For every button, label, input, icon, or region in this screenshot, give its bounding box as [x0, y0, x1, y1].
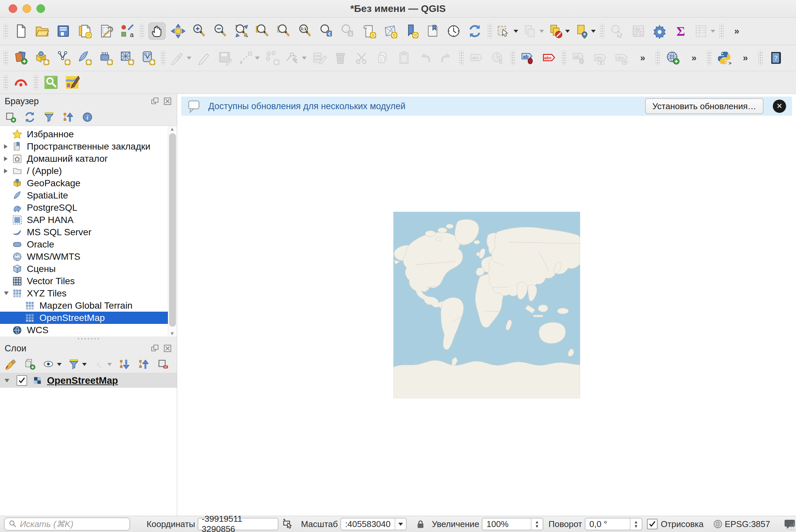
- pan-to-selection-button[interactable]: [169, 22, 187, 40]
- select-by-location-button[interactable]: [574, 22, 596, 40]
- layer-item-openstreetmap[interactable]: OpenStreetMap: [0, 373, 177, 388]
- zoom-last-button[interactable]: [318, 22, 335, 40]
- plugins-toolbar-overflow-button[interactable]: »: [737, 49, 754, 66]
- zoom-to-layer-button[interactable]: [254, 22, 272, 40]
- dropdown-arrow-icon[interactable]: [107, 363, 112, 366]
- close-panel-icon[interactable]: [163, 344, 172, 353]
- new-spatial-bookmark-button[interactable]: [403, 22, 420, 40]
- paste-features-button[interactable]: [395, 49, 413, 66]
- pin-labels-button[interactable]: ab: [519, 49, 537, 66]
- expander-icon[interactable]: [4, 144, 7, 149]
- dropdown-arrow-icon[interactable]: [302, 57, 307, 60]
- current-edits-button[interactable]: [169, 49, 192, 66]
- zoom-out-button[interactable]: [212, 22, 229, 40]
- world-map[interactable]: [393, 212, 580, 398]
- new-temporary-scratch-layer-button[interactable]: [139, 49, 157, 66]
- select-features-by-value-button[interactable]: [522, 22, 544, 40]
- python-console-button[interactable]: >: [716, 49, 733, 66]
- properties-info-button[interactable]: i: [81, 111, 94, 124]
- lock-scale-icon[interactable]: [415, 519, 426, 529]
- collapse-all-button[interactable]: [61, 111, 75, 124]
- help-contents-button[interactable]: ?: [767, 49, 784, 66]
- magnifier-spinbox[interactable]: 100% ▲▼: [482, 518, 543, 530]
- extents-tracking-icon[interactable]: [282, 518, 294, 530]
- install-updates-button[interactable]: Установить обновления…: [645, 98, 763, 114]
- copy-features-button[interactable]: [374, 49, 391, 66]
- save-layer-edits-button[interactable]: [217, 49, 234, 66]
- refresh-browser-button[interactable]: [23, 111, 36, 124]
- select-features-button[interactable]: [496, 22, 518, 40]
- coordinates-input[interactable]: -39919511 3290856: [198, 518, 278, 530]
- browser-item-geopackage[interactable]: GeoPackage: [0, 177, 168, 189]
- add-selected-layers-button[interactable]: [4, 111, 17, 124]
- add-web-service-layer-button[interactable]: [664, 49, 682, 66]
- dropdown-arrow-icon[interactable]: [591, 30, 596, 33]
- new-project-button[interactable]: [12, 22, 30, 40]
- browser-item-home-directory[interactable]: Домашний каталог: [0, 153, 168, 165]
- browser-scrollbar[interactable]: ▲ ▼: [168, 126, 177, 337]
- browser-item-spatial-bookmarks[interactable]: Пространственные закладки: [0, 140, 168, 153]
- web-toolbar-overflow-button[interactable]: »: [685, 49, 703, 66]
- browser-item-mapzen-global-terrain[interactable]: Mapzen Global Terrain: [0, 299, 168, 312]
- processing-toolbox-button[interactable]: [651, 22, 668, 40]
- new-shapefile-layer-button[interactable]: [55, 49, 72, 66]
- collapse-all-layers-button[interactable]: [137, 358, 150, 371]
- browser-item-xyz-tiles[interactable]: XYZ Tiles: [0, 287, 168, 299]
- filter-by-expression-button[interactable]: ε: [93, 358, 112, 371]
- new-virtual-layer-button[interactable]: [118, 49, 135, 66]
- digitize-with-segment-button[interactable]: [238, 49, 259, 66]
- show-layout-manager-button[interactable]: [97, 22, 114, 40]
- expander-icon[interactable]: [5, 379, 9, 382]
- rotation-spinbox[interactable]: 0,0 ° ▲▼: [585, 518, 643, 530]
- crs-globe-icon[interactable]: [712, 518, 723, 530]
- browser-item-openstreetmap[interactable]: OpenStreetMap: [0, 312, 168, 324]
- dropdown-arrow-icon[interactable]: [187, 57, 192, 60]
- data-source-manager-button[interactable]: [12, 49, 30, 66]
- redo-button[interactable]: [438, 49, 455, 66]
- expander-icon[interactable]: [4, 291, 8, 295]
- browser-item-oracle[interactable]: Oracle: [0, 238, 168, 250]
- panel-splitter[interactable]: [0, 337, 177, 341]
- toolbar-overflow-button[interactable]: »: [728, 22, 745, 40]
- deselect-features-button[interactable]: [548, 22, 570, 40]
- browser-item-vector-tiles[interactable]: Vector Tiles: [0, 275, 168, 287]
- scroll-down-icon[interactable]: ▼: [169, 331, 175, 336]
- dropdown-arrow-icon[interactable]: [710, 30, 715, 33]
- expand-all-button[interactable]: [118, 358, 131, 371]
- layer-diagram-options-button[interactable]: [489, 49, 506, 66]
- scale-dropdown-icon[interactable]: [395, 518, 406, 530]
- scrollbar-thumb[interactable]: [169, 133, 176, 326]
- cut-features-button[interactable]: [353, 49, 370, 66]
- highlight-pinned-labels-button[interactable]: abc: [540, 49, 558, 66]
- zoom-next-button[interactable]: [339, 22, 356, 40]
- map-canvas[interactable]: Доступны обновления для нескольких модул…: [177, 94, 796, 516]
- dropdown-arrow-icon[interactable]: [255, 57, 259, 60]
- filter-legend-button[interactable]: [68, 358, 87, 371]
- new-spatialite-layer-button[interactable]: [76, 49, 93, 66]
- new-3d-map-view-button[interactable]: [381, 22, 399, 40]
- layer-labeling-options-button[interactable]: abc: [468, 49, 485, 66]
- search-input[interactable]: Искать (⌘K): [4, 517, 130, 531]
- osm-edit-button[interactable]: [64, 74, 81, 91]
- open-project-button[interactable]: [33, 22, 51, 40]
- browser-item-wms-wmts[interactable]: WMS/WMTS: [0, 250, 168, 263]
- zoom-to-selection-button[interactable]: [275, 22, 293, 40]
- add-record-button[interactable]: [264, 49, 281, 66]
- new-print-layout-button[interactable]: [76, 22, 93, 40]
- toggle-editing-button[interactable]: [195, 49, 213, 66]
- dropdown-arrow-icon[interactable]: [539, 30, 544, 33]
- metasearch-arc-button[interactable]: [12, 74, 30, 91]
- remove-layer-button[interactable]: [156, 358, 169, 371]
- change-label-button[interactable]: abc: [613, 49, 630, 66]
- browser-item-postgresql[interactable]: PostgreSQL: [0, 202, 168, 214]
- zoom-full-extent-button[interactable]: [233, 22, 250, 40]
- browser-item-root-apple[interactable]: / (Apple): [0, 165, 168, 177]
- move-label-button[interactable]: ab: [571, 49, 588, 66]
- close-panel-icon[interactable]: [163, 97, 172, 106]
- dropdown-arrow-icon[interactable]: [57, 363, 61, 366]
- layer-visibility-checkbox[interactable]: [17, 375, 27, 386]
- statistical-summary-button[interactable]: [630, 22, 647, 40]
- zoom-in-button[interactable]: [191, 22, 208, 40]
- browser-item-wcs[interactable]: WCS: [0, 324, 168, 336]
- vertex-tool-button[interactable]: [285, 49, 307, 66]
